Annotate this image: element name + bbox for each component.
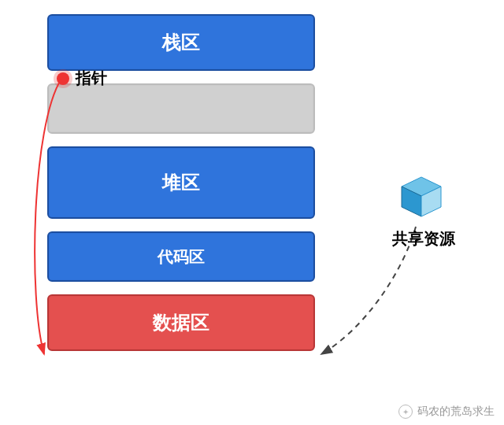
svg-marker-2 bbox=[421, 187, 441, 216]
stack-area-block: 栈区 bbox=[47, 14, 315, 71]
code-area-label: 代码区 bbox=[158, 246, 205, 268]
memory-layout-stack: 栈区 堆区 代码区 数据区 bbox=[47, 14, 315, 364]
pointer-label: 指针 bbox=[76, 68, 107, 89]
heap-area-label: 堆区 bbox=[162, 170, 200, 195]
empty-block bbox=[47, 83, 315, 134]
shared-resource-label: 共享资源 bbox=[392, 228, 455, 249]
watermark-text: 码农的荒岛求生 bbox=[417, 405, 495, 419]
data-area-block: 数据区 bbox=[47, 294, 315, 351]
pointer-dot-icon bbox=[57, 72, 69, 85]
svg-marker-1 bbox=[402, 187, 421, 216]
wechat-icon: ✦ bbox=[398, 405, 413, 419]
stack-area-label: 栈区 bbox=[162, 30, 200, 55]
code-area-block: 代码区 bbox=[47, 231, 315, 282]
svg-marker-0 bbox=[402, 177, 441, 196]
data-area-label: 数据区 bbox=[153, 310, 209, 335]
watermark: ✦ 码农的荒岛求生 bbox=[398, 405, 495, 419]
heap-area-block: 堆区 bbox=[47, 146, 315, 219]
cube-icon bbox=[402, 177, 441, 216]
